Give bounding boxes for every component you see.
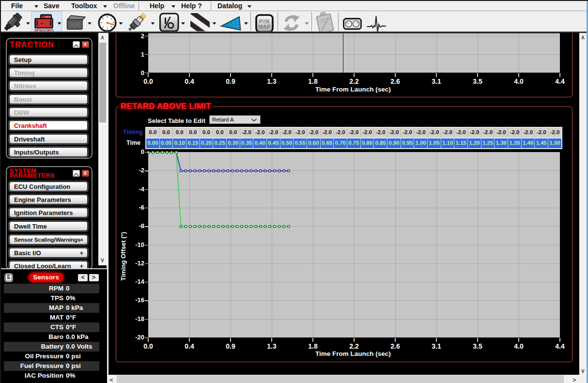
- svg-text:EFI: EFI: [70, 22, 80, 29]
- svg-text:MAP: MAP: [258, 24, 270, 30]
- svg-text:PIN: PIN: [259, 18, 270, 24]
